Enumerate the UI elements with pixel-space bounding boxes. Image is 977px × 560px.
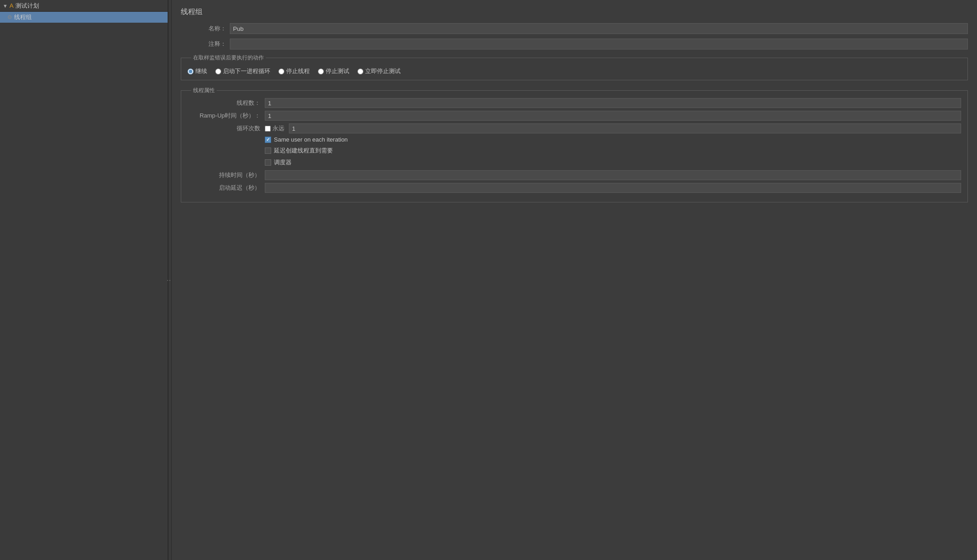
test-plan-icon: A xyxy=(10,2,14,9)
radio-stop-thread[interactable]: 停止线程 xyxy=(278,67,310,75)
radio-stop-test-input[interactable] xyxy=(318,69,324,74)
radio-next-loop-input[interactable] xyxy=(215,69,221,74)
page-title: 线程组 xyxy=(181,7,968,17)
radio-stop-thread-input[interactable] xyxy=(278,69,284,74)
scheduler-row: 调度器 xyxy=(265,158,961,167)
sidebar-item-thread-group[interactable]: ⚙ 线程组 xyxy=(0,12,168,23)
main-panel: 线程组 名称： 注释： 在取样监错误后要执行的动作 继续 启动下一进程循环 停止… xyxy=(172,0,977,560)
forever-label[interactable]: 永远 xyxy=(273,124,284,133)
loop-count-input[interactable] xyxy=(289,123,961,133)
rampup-label: Ramp-Up时间（秒）： xyxy=(188,112,260,120)
loop-label: 循环次数 xyxy=(188,124,260,133)
radio-continue[interactable]: 继续 xyxy=(188,67,207,75)
name-input[interactable] xyxy=(230,23,968,34)
rampup-input[interactable] xyxy=(265,111,961,121)
delay-create-row: 延迟创建线程直到需要 xyxy=(265,147,961,155)
error-action-legend: 在取样监错误后要执行的动作 xyxy=(191,54,266,62)
name-label: 名称： xyxy=(181,25,226,33)
radio-stop-test-now[interactable]: 立即停止测试 xyxy=(357,67,401,75)
name-row: 名称： xyxy=(181,23,968,34)
delay-create-checkbox[interactable] xyxy=(265,147,271,154)
error-action-group: 在取样监错误后要执行的动作 继续 启动下一进程循环 停止线程 停止测试 立即停止… xyxy=(181,54,968,80)
scheduler-checkbox[interactable] xyxy=(265,159,271,166)
test-plan-title: 测试计划 xyxy=(15,2,39,10)
comment-label: 注释： xyxy=(181,40,226,48)
duration-row: 持续时间（秒） xyxy=(188,170,961,180)
radio-next-loop-label: 启动下一进程循环 xyxy=(223,67,270,75)
thread-props-group: 线程属性 线程数： Ramp-Up时间（秒）： 循环次数 永远 Same use… xyxy=(181,87,968,202)
same-user-label[interactable]: Same user on each iteration xyxy=(274,136,348,143)
comment-row: 注释： xyxy=(181,39,968,49)
duration-label: 持续时间（秒） xyxy=(188,171,260,179)
radio-stop-test-label: 停止测试 xyxy=(326,67,349,75)
resize-handle[interactable]: ⋮ xyxy=(168,0,172,560)
sidebar-item-label: 线程组 xyxy=(14,13,32,21)
gear-icon: ⚙ xyxy=(7,14,12,20)
same-user-row: Same user on each iteration xyxy=(265,136,961,143)
sidebar: ▼ A 测试计划 ⚙ 线程组 xyxy=(0,0,168,560)
threads-row: 线程数： xyxy=(188,98,961,108)
threads-input[interactable] xyxy=(265,98,961,108)
thread-props-legend: 线程属性 xyxy=(191,87,217,94)
scheduler-label[interactable]: 调度器 xyxy=(274,158,292,167)
radio-next-loop[interactable]: 启动下一进程循环 xyxy=(215,67,270,75)
same-user-checkbox[interactable] xyxy=(265,137,271,143)
rampup-row: Ramp-Up时间（秒）： xyxy=(188,111,961,121)
loop-row: 循环次数 永远 xyxy=(188,123,961,133)
forever-checkbox[interactable] xyxy=(265,126,271,132)
radio-stop-test[interactable]: 停止测试 xyxy=(318,67,349,75)
delay-create-label[interactable]: 延迟创建线程直到需要 xyxy=(274,147,333,155)
comment-input[interactable] xyxy=(230,39,968,49)
radio-continue-input[interactable] xyxy=(188,69,193,74)
error-action-radio-group: 继续 启动下一进程循环 停止线程 停止测试 立即停止测试 xyxy=(188,67,961,75)
startup-delay-input[interactable] xyxy=(265,183,961,193)
startup-delay-label: 启动延迟（秒） xyxy=(188,184,260,192)
collapse-arrow-icon[interactable]: ▼ xyxy=(3,3,8,9)
radio-stop-test-now-input[interactable] xyxy=(357,69,363,74)
threads-label: 线程数： xyxy=(188,99,260,107)
sidebar-header: ▼ A 测试计划 xyxy=(0,0,168,12)
forever-checkbox-container: 永远 xyxy=(265,124,284,133)
duration-input[interactable] xyxy=(265,170,961,180)
radio-stop-test-now-label: 立即停止测试 xyxy=(365,67,401,75)
radio-stop-thread-label: 停止线程 xyxy=(286,67,310,75)
startup-delay-row: 启动延迟（秒） xyxy=(188,183,961,193)
radio-continue-label: 继续 xyxy=(195,67,207,75)
